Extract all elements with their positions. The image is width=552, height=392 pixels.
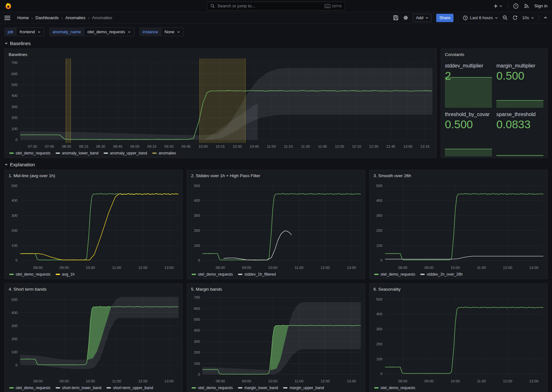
breadcrumb-separator: › [31, 15, 33, 20]
legend-item[interactable]: otel_demo_requests [9, 386, 51, 390]
y-tick-label: 400 [194, 199, 200, 202]
legend-item[interactable]: otel_demo_requests [192, 386, 233, 390]
y-tick-label: 500 [12, 184, 18, 188]
panel-constants: Constants stddev_multiplier 2 margin_mul… [441, 49, 548, 158]
collapse-chevron-up-icon[interactable] [543, 16, 548, 20]
panel-title[interactable]: 5. Margin bands [191, 286, 361, 293]
y-tick-label: 300 [376, 214, 382, 217]
chart-smooth-26h[interactable] [385, 180, 543, 264]
panel-title[interactable]: 1. Mid-line (avg over 1h) [9, 172, 178, 180]
legend-item[interactable]: otel_demo_requests [9, 272, 51, 277]
variable-name: job [4, 27, 16, 36]
panel-margin-bands: 5. Margin bands 0100200300400500600700 0… [187, 283, 365, 392]
x-tick-label: 11:15 [284, 145, 293, 148]
legend-swatch [56, 274, 60, 275]
breadcrumb-item[interactable]: Anomalies [92, 15, 112, 20]
chart-short-term-bands[interactable] [20, 293, 178, 378]
variable-value-dropdown[interactable]: otel_demo_requests [84, 27, 134, 36]
refresh-icon[interactable] [512, 15, 518, 20]
legend-item[interactable]: otel_demo_requests [374, 386, 415, 390]
chart-mid-line[interactable] [20, 180, 178, 264]
y-axis: 0100200300400500 [191, 180, 202, 264]
legend-item[interactable]: anomaly_lower_band [56, 151, 99, 155]
panel-seasonality: 6. Seasonality 0100200300400500 08:0009:… [369, 283, 548, 392]
panel-title[interactable]: Constants [445, 51, 543, 59]
legend-label: short-term_upper_band [113, 386, 153, 390]
zoom-out-icon[interactable] [502, 15, 508, 20]
legend-item[interactable]: anomaly_upper_band [104, 151, 147, 155]
menu-icon[interactable] [4, 16, 10, 20]
legend-label: otel_demo_requests [198, 386, 233, 390]
panel-title[interactable]: 4. Short term bands [9, 286, 178, 293]
chevron-down-icon [531, 16, 534, 20]
sign-in-button[interactable]: Sign in [534, 4, 548, 8]
chart-margin-bands[interactable] [202, 293, 361, 378]
stat-sparse-threshold: sparse_threshold 0.0833 [496, 109, 543, 156]
panel-title[interactable]: 2. Stddev over 1h + High Pass Filter [191, 172, 361, 180]
breadcrumb-item[interactable]: Home [17, 15, 29, 20]
legend-item[interactable]: otel_demo_requests [9, 151, 51, 155]
chart-seasonality[interactable] [385, 293, 543, 378]
y-tick-label: 0 [16, 363, 18, 367]
search-placeholder: Search or jump to... [217, 4, 322, 8]
panel-title[interactable]: 3. Smooth over 26h [374, 172, 543, 180]
search-input[interactable]: Search or jump to... ctrl+k [207, 2, 345, 11]
panel-title[interactable]: Baselines [9, 51, 432, 59]
x-tick-label: 12:45 [386, 145, 395, 148]
y-tick-label: 400 [12, 199, 18, 202]
breadcrumb-item[interactable]: Anomalies [65, 15, 85, 20]
panel-smooth-26h: 3. Smooth over 26h 0100200300400500 08:0… [369, 170, 548, 279]
x-tick-label: 12:00 [503, 266, 512, 270]
legend-item[interactable]: stddev_1h_over_26h [420, 272, 462, 277]
x-tick-label: 12:15 [352, 145, 361, 148]
panel-baselines: Baselines 0100200300400500600700 07:3007… [4, 49, 437, 158]
legend-item[interactable]: stddev_1h_filtered [238, 272, 276, 277]
variable-value-dropdown[interactable]: None [161, 27, 184, 36]
y-tick-label: 400 [376, 199, 382, 202]
chart-stddev-filter[interactable] [202, 180, 361, 264]
save-icon[interactable] [393, 15, 398, 20]
share-button[interactable]: Share [436, 14, 454, 22]
legend-item[interactable]: otel_demo_requests [374, 272, 415, 277]
y-tick-label: 500 [376, 297, 382, 301]
panel-title[interactable]: 6. Seasonality [374, 286, 543, 293]
y-tick-label: 700 [12, 61, 18, 65]
help-button[interactable]: ? [513, 3, 519, 9]
section-baselines[interactable]: Baselines [0, 37, 552, 49]
chevron-down-icon [177, 30, 180, 34]
legend-item[interactable]: margin_upper_band [283, 386, 324, 390]
settings-gear-icon[interactable] [403, 15, 408, 20]
legend-item[interactable]: short-term_upper_band [106, 386, 153, 390]
add-new-button[interactable] [493, 4, 502, 9]
grafana-logo-icon[interactable] [4, 2, 12, 10]
news-button[interactable] [524, 3, 529, 9]
x-tick-label: 11:45 [318, 145, 327, 148]
legend: otel_demo_requestsanomaly_lower_bandanom… [9, 150, 432, 156]
add-button[interactable]: Add [413, 14, 432, 22]
time-range-picker[interactable]: Last 6 hours [463, 15, 498, 20]
section-chevron-icon [4, 163, 8, 166]
panel-stddev-filter: 2. Stddev over 1h + High Pass Filter 010… [187, 170, 365, 279]
x-tick-label: 09:00 [424, 266, 434, 270]
breadcrumb: Home›Dashboards›Anomalies›Anomalies [17, 15, 112, 20]
legend-item[interactable]: short-term_lower_band [56, 386, 101, 390]
refresh-interval-picker[interactable]: 10s [522, 15, 534, 20]
legend-item[interactable]: anomalies [152, 151, 176, 155]
variable-name: instance [139, 27, 161, 36]
legend-swatch [104, 153, 108, 154]
legend-swatch [192, 387, 196, 388]
legend-label: anomaly_lower_band [62, 151, 99, 155]
section-explanation[interactable]: Explanation [0, 158, 552, 170]
legend-swatch [152, 153, 157, 154]
breadcrumb-item[interactable]: Dashboards [35, 15, 59, 20]
y-tick-label: 700 [194, 295, 200, 299]
chart-baselines[interactable] [20, 59, 432, 143]
svg-text:?: ? [515, 4, 517, 8]
legend-item[interactable]: avg_1h [56, 272, 75, 277]
legend-label: short-term_lower_band [62, 386, 101, 390]
variable-value-dropdown[interactable]: frontend [16, 27, 44, 36]
legend-item[interactable]: otel_demo_requests [192, 272, 233, 277]
y-tick-label: 0 [198, 372, 200, 376]
legend-item[interactable]: margin_lower_band [238, 386, 278, 390]
y-axis: 0100200300400500600700 [9, 59, 20, 143]
